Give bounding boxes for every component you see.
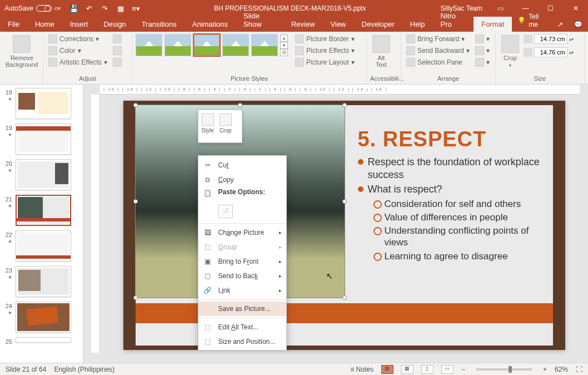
width-input[interactable] xyxy=(534,47,567,57)
alt-text-button[interactable]: Alt Text xyxy=(370,34,392,69)
share-icon[interactable]: ↗ xyxy=(552,17,569,32)
start-slideshow-icon[interactable]: ▦ xyxy=(116,4,125,13)
paste-option-keep-source[interactable]: 📄 xyxy=(218,205,233,218)
resize-handle[interactable] xyxy=(342,295,347,300)
align-icon[interactable]: ▾ xyxy=(474,34,491,44)
tab-review[interactable]: Review xyxy=(283,17,323,32)
selection-pane-button[interactable]: Selection Pane xyxy=(405,57,471,67)
style-thumb-selected[interactable] xyxy=(193,34,220,56)
style-thumb[interactable] xyxy=(222,34,249,56)
tell-me-search[interactable]: 💡 Tell me xyxy=(512,9,552,32)
gallery-up-icon[interactable]: ▴ xyxy=(280,34,288,42)
mini-crop-button[interactable]: Crop xyxy=(220,114,232,139)
close-icon[interactable]: ✕ xyxy=(563,0,588,17)
resize-handle[interactable] xyxy=(133,199,138,204)
resize-handle[interactable] xyxy=(133,103,138,107)
tab-design[interactable]: Design xyxy=(96,17,133,32)
ctx-link[interactable]: 🔗Link▸ xyxy=(198,283,286,298)
ctx-bring-to-front[interactable]: ▣Bring to Front▸ xyxy=(198,254,286,269)
slide-sorter-icon[interactable]: ▦ xyxy=(401,365,413,374)
reset-picture-icon[interactable] xyxy=(111,57,123,67)
resize-handle[interactable] xyxy=(238,103,242,107)
undo-icon[interactable]: ↶ xyxy=(85,4,94,13)
zoom-out-icon[interactable]: − xyxy=(461,366,465,373)
ctx-save-as-picture[interactable]: Save as Picture... xyxy=(198,302,286,316)
comments-icon[interactable]: 💬 xyxy=(569,17,588,32)
color-button[interactable]: Color ▾ xyxy=(47,46,109,56)
tab-slideshow[interactable]: Slide Show xyxy=(236,8,283,32)
picture-layout-button[interactable]: Picture Layout ▾ xyxy=(293,57,356,67)
slide-thumb-18[interactable] xyxy=(16,88,71,119)
rotate-icon[interactable]: ▾ xyxy=(474,57,491,67)
tab-help[interactable]: Help xyxy=(402,17,433,32)
change-picture-icon[interactable] xyxy=(111,46,123,56)
picture-border-button[interactable]: Picture Border ▾ xyxy=(293,34,356,44)
gallery-down-icon[interactable]: ▾ xyxy=(280,42,288,49)
remove-background-button[interactable]: Remove Background xyxy=(3,34,41,69)
slide-thumb-25[interactable] xyxy=(16,337,71,343)
language-status[interactable]: English (Philippines) xyxy=(54,366,114,373)
crop-button[interactable]: Crop▾ xyxy=(499,34,521,69)
ctx-cut[interactable]: ✂Cut xyxy=(198,158,286,172)
slide-bullets[interactable]: Respect is the foundation of workplace s… xyxy=(358,156,542,262)
ctx-change-picture[interactable]: 🖼Change Picture▸ xyxy=(198,225,286,240)
zoom-slider[interactable] xyxy=(476,368,532,371)
ctx-format-picture[interactable]: 🖌Format Picture... xyxy=(198,349,286,350)
slide-counter[interactable]: Slide 21 of 64 xyxy=(6,366,46,373)
zoom-in-icon[interactable]: + xyxy=(543,366,547,373)
resize-handle[interactable] xyxy=(133,295,138,300)
group-icon[interactable]: ▾ xyxy=(474,46,491,56)
bring-forward-button[interactable]: Bring Forward ▾ xyxy=(405,34,471,44)
context-menu[interactable]: ✂Cut ⧉Copy 📋Paste Options: 📄 🖼Change Pic… xyxy=(198,155,287,350)
height-input-row[interactable]: ▴▾ xyxy=(524,34,574,44)
style-thumb[interactable] xyxy=(165,34,191,56)
tab-view[interactable]: View xyxy=(323,17,354,32)
ctx-send-to-back[interactable]: ▢Send to Back▸ xyxy=(198,269,286,283)
slide-canvas[interactable]: 5. RESPECT Respect is the foundation of … xyxy=(123,101,565,350)
mini-style-button[interactable]: Style xyxy=(202,114,214,139)
autosave-switch[interactable] xyxy=(36,5,52,12)
notes-button[interactable]: ≡ Notes xyxy=(350,366,373,373)
ctx-edit-alt-text[interactable]: ⬚Edit Alt Text... xyxy=(198,320,286,334)
autosave-toggle[interactable]: AutoSave Off xyxy=(0,4,65,12)
slide-thumb-20[interactable] xyxy=(16,159,71,190)
slideshow-view-icon[interactable]: ▭ xyxy=(441,365,454,374)
slide-thumb-23[interactable] xyxy=(16,266,71,297)
tab-insert[interactable]: Insert xyxy=(62,17,96,32)
slide-thumb-22[interactable] xyxy=(16,230,71,261)
resize-handle[interactable] xyxy=(342,199,347,204)
ribbon-options-icon[interactable]: ▭ xyxy=(488,0,513,17)
tab-nitropro[interactable]: Nitro Pro xyxy=(433,8,474,32)
zoom-level[interactable]: 62% xyxy=(555,366,568,373)
tab-home[interactable]: Home xyxy=(27,17,62,32)
slide-thumb-19[interactable] xyxy=(16,124,71,155)
gallery-more-icon[interactable]: ⊟ xyxy=(280,49,288,56)
tab-format[interactable]: Format xyxy=(474,17,512,32)
style-thumb[interactable] xyxy=(251,34,278,56)
resize-handle[interactable] xyxy=(342,103,347,107)
tab-file[interactable]: File xyxy=(0,17,27,32)
tab-transitions[interactable]: Transitions xyxy=(134,17,185,32)
tab-developer[interactable]: Developer xyxy=(354,17,402,32)
list-icon[interactable]: ≡▾ xyxy=(132,4,141,13)
corrections-button[interactable]: Corrections ▾ xyxy=(47,34,109,44)
slide-title[interactable]: 5. RESPECT xyxy=(358,127,542,151)
ctx-copy[interactable]: ⧉Copy xyxy=(198,172,286,187)
slide-thumb-21[interactable] xyxy=(16,195,71,226)
send-backward-button[interactable]: Send Backward ▾ xyxy=(405,46,471,56)
tab-animations[interactable]: Animations xyxy=(185,17,236,32)
height-input[interactable] xyxy=(534,34,567,44)
redo-icon[interactable]: ↷ xyxy=(101,4,109,13)
reading-view-icon[interactable]: ▯ xyxy=(421,365,433,374)
normal-view-icon[interactable]: ▦ xyxy=(381,365,393,374)
slide-thumb-24[interactable] xyxy=(16,302,71,333)
slide-thumbnail-panel[interactable]: 18★ 19★ 20★ 21★ 22★ 23★ 24★ 25 xyxy=(0,85,83,363)
picture-effects-button[interactable]: Picture Effects ▾ xyxy=(293,46,356,56)
width-input-row[interactable]: ▴▾ xyxy=(524,47,574,57)
picture-styles-gallery[interactable]: ▴▾⊟ xyxy=(136,34,288,56)
artistic-effects-button[interactable]: Artistic Effects ▾ xyxy=(47,57,109,67)
save-icon[interactable]: 💾 xyxy=(69,4,78,13)
style-thumb[interactable] xyxy=(136,34,162,56)
compress-pictures-icon[interactable] xyxy=(111,34,123,44)
mini-toolbar[interactable]: Style Crop xyxy=(198,110,242,143)
